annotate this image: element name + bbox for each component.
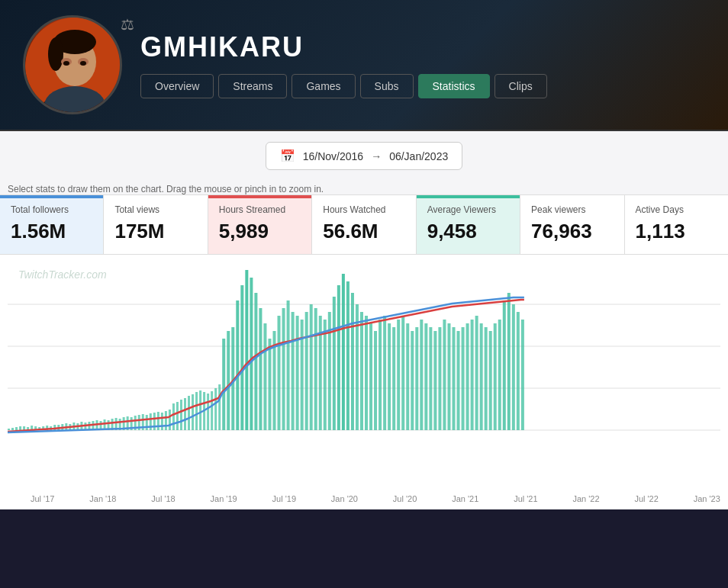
stat-peak-viewers[interactable]: Peak viewers 76,963 [520,195,624,254]
svg-rect-114 [424,323,427,430]
channel-name: GMHIKARU [140,31,547,63]
svg-rect-60 [184,398,186,430]
date-end: 06/Jan/2023 [389,150,448,162]
x-label-2: Jul '18 [151,494,175,503]
stat-label-active-days: Active Days [636,204,717,215]
stat-label-hours-streamed: Hours Streamed [219,204,301,215]
stat-value-avg-viewers: 9,458 [427,220,509,243]
svg-rect-124 [471,320,474,430]
svg-rect-116 [433,331,436,430]
svg-rect-85 [292,312,295,430]
svg-rect-102 [369,323,372,430]
svg-rect-80 [268,339,271,430]
tab-subs[interactable]: Subs [360,74,414,98]
date-picker[interactable]: 📅 16/Nov/2016 → 06/Jan/2023 [266,142,462,170]
stat-value-peak-viewers: 76,963 [531,220,613,243]
svg-rect-88 [305,312,308,430]
stat-value-hours-streamed: 5,989 [219,220,301,243]
stat-hours-watched[interactable]: Hours Watched 56.6M [312,195,416,254]
stat-label-views: Total views [114,204,196,215]
tab-clips[interactable]: Clips [494,74,547,98]
svg-rect-89 [310,304,313,430]
tab-overview[interactable]: Overview [140,74,214,98]
stat-label-hours-watched: Hours Watched [323,204,404,215]
svg-rect-120 [452,327,455,430]
nav-tabs: Overview Streams Games Subs Statistics C… [140,74,547,98]
stat-hours-streamed[interactable]: Hours Streamed 5,989 [208,195,312,254]
svg-rect-15 [11,428,14,430]
svg-rect-105 [383,316,386,430]
svg-rect-118 [443,320,446,430]
stat-total-followers[interactable]: Total followers 1.56M [0,195,104,254]
stat-label-avg-viewers: Average Viewers [427,204,509,215]
svg-point-9 [80,61,86,66]
svg-rect-128 [489,331,492,430]
stat-avg-viewers[interactable]: Average Viewers 9,458 [417,195,520,254]
x-label-6: Jul '20 [393,494,417,503]
chart-svg [8,262,720,464]
svg-rect-66 [207,394,209,430]
date-section: 📅 16/Nov/2016 → 06/Jan/2023 [0,131,728,181]
svg-rect-134 [517,312,520,430]
svg-rect-131 [503,300,506,430]
svg-rect-86 [296,316,299,430]
stat-value-views: 175M [114,220,196,243]
x-label-9: Jan '22 [572,494,599,503]
svg-rect-100 [360,312,363,430]
svg-rect-71 [227,331,230,430]
svg-rect-123 [466,323,469,430]
svg-rect-90 [314,308,317,430]
x-label-7: Jan '21 [452,494,478,503]
x-label-8: Jul '21 [514,494,537,503]
tab-statistics[interactable]: Statistics [418,74,490,98]
stat-active-days[interactable]: Active Days 1,113 [625,195,728,254]
svg-rect-106 [388,323,391,430]
chart-area: TwitchTracker.com [0,255,728,491]
hint-text: Select stats to draw them on the chart. … [8,184,324,194]
svg-rect-122 [462,327,465,430]
svg-point-5 [48,37,63,71]
svg-rect-96 [342,274,345,430]
svg-rect-74 [240,285,243,430]
date-start: 16/Nov/2016 [303,150,363,162]
svg-rect-61 [188,396,190,430]
svg-rect-70 [222,339,225,430]
svg-rect-103 [374,331,377,430]
svg-rect-55 [165,411,167,430]
svg-rect-62 [192,394,194,430]
svg-rect-64 [199,390,201,430]
calendar-icon: 📅 [280,149,295,163]
svg-rect-69 [218,384,221,430]
stat-label-followers: Total followers [11,204,92,215]
scale-icon: ⚖ [121,15,134,34]
svg-rect-135 [521,320,524,430]
svg-rect-104 [378,320,382,430]
svg-rect-53 [157,412,159,430]
header-right: GMHIKARU Overview Streams Games Subs Sta… [140,31,547,98]
svg-rect-16 [15,427,18,430]
svg-rect-83 [282,308,285,430]
x-label-10: Jul '22 [634,494,658,503]
stat-value-followers: 1.56M [11,220,92,243]
svg-rect-68 [214,388,217,430]
svg-point-8 [63,61,69,66]
svg-rect-101 [365,316,368,430]
svg-rect-125 [475,316,478,430]
stat-total-views[interactable]: Total views 175M [104,195,208,254]
svg-rect-126 [480,323,483,430]
svg-rect-14 [8,429,10,430]
avatar [23,15,122,114]
svg-rect-121 [457,331,460,430]
x-label-5: Jan '20 [331,494,358,503]
svg-rect-63 [195,392,198,430]
svg-rect-76 [250,278,253,430]
svg-rect-95 [337,285,340,430]
svg-rect-132 [507,293,511,430]
svg-rect-79 [263,323,266,430]
svg-rect-67 [211,391,213,430]
svg-rect-129 [494,323,497,430]
tab-streams[interactable]: Streams [218,74,287,98]
svg-rect-98 [351,293,354,430]
svg-rect-117 [438,327,441,430]
tab-games[interactable]: Games [292,74,355,98]
